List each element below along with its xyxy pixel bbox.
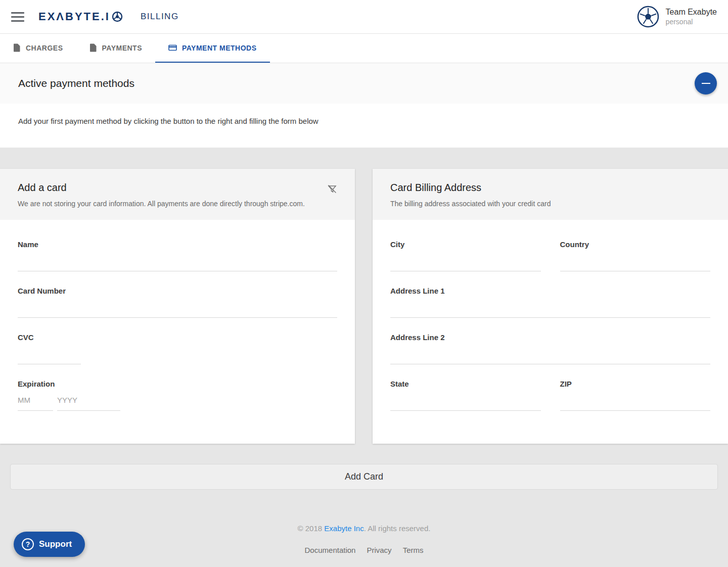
team-avatar-icon (636, 5, 660, 28)
tab-label: CHARGES (26, 44, 63, 52)
billing-address-subtitle: The billing address associated with your… (390, 200, 710, 208)
address2-field-group: Address Line 2 (390, 333, 710, 364)
team-name: Team Exabyte (666, 7, 717, 18)
footer: © 2018 Exabyte Inc. All rights reserved.… (0, 490, 728, 554)
document-icon (13, 43, 21, 52)
panel-description-area: Add your first payment method by clickin… (0, 104, 728, 148)
active-payment-methods-header: Active payment methods (0, 63, 728, 104)
city-label: City (390, 240, 541, 250)
address-line-1-input[interactable] (390, 297, 710, 318)
name-field-group: Name (18, 240, 337, 271)
expiration-month-input[interactable] (18, 390, 53, 411)
billing-address-panel: Card Billing Address The billing address… (373, 169, 728, 444)
privacy-link[interactable]: Privacy (367, 546, 391, 554)
account-widget[interactable]: Team Exabyte personal (636, 5, 717, 28)
address1-field-group: Address Line 1 (390, 287, 710, 318)
page-section-title: BILLING (141, 12, 179, 22)
state-input[interactable] (390, 390, 541, 411)
collapse-button[interactable] (695, 72, 717, 94)
main-content: Add a card We are not storing your card … (0, 148, 728, 554)
zip-label: ZIP (560, 380, 711, 390)
city-field-group: City (390, 240, 541, 271)
tab-label: PAYMENT METHODS (182, 44, 257, 52)
copyright-prefix: © 2018 (298, 524, 325, 533)
clear-form-icon[interactable] (327, 184, 337, 196)
team-type: personal (666, 17, 717, 27)
zip-input[interactable] (560, 390, 711, 411)
expiration-field-group: Expiration (18, 380, 337, 411)
name-input[interactable] (18, 250, 337, 271)
add-card-button[interactable]: Add Card (10, 464, 718, 490)
add-card-panel: Add a card We are not storing your card … (0, 169, 355, 444)
country-label: Country (560, 240, 711, 250)
city-input[interactable] (390, 250, 541, 271)
tab-charges[interactable]: CHARGES (0, 34, 76, 63)
copyright: © 2018 Exabyte Inc. All rights reserved. (0, 524, 728, 533)
expiration-label: Expiration (18, 380, 337, 390)
credit-card-icon (168, 44, 177, 52)
expiration-year-input[interactable] (57, 390, 120, 411)
logo[interactable]: EXΛBYTE.I (38, 10, 123, 23)
add-card-subtitle: We are not storing your card information… (18, 200, 327, 208)
cvc-field-group: CVC (18, 333, 337, 364)
company-link[interactable]: Exabyte Inc (324, 524, 363, 533)
tab-label: PAYMENTS (102, 44, 142, 52)
card-number-input[interactable] (18, 297, 337, 318)
support-button[interactable]: ? Support (14, 532, 85, 557)
logo-gear-icon (111, 11, 123, 23)
terms-link[interactable]: Terms (403, 546, 424, 554)
panel-title: Active payment methods (18, 77, 695, 89)
documentation-link[interactable]: Documentation (305, 546, 356, 554)
address2-label: Address Line 2 (390, 333, 710, 343)
country-field-group: Country (560, 240, 711, 271)
add-card-title: Add a card (18, 182, 327, 194)
cvc-input[interactable] (18, 343, 81, 364)
card-number-label: Card Number (18, 287, 337, 297)
logo-text: EXΛBYTE.I (38, 10, 110, 23)
copyright-suffix: . All rights reserved. (364, 524, 431, 533)
state-label: State (390, 380, 541, 390)
document-icon (89, 43, 97, 52)
name-label: Name (18, 240, 337, 250)
hamburger-menu-icon[interactable] (11, 10, 26, 24)
cvc-label: CVC (18, 333, 337, 343)
support-label: Support (39, 539, 72, 549)
tab-payment-methods[interactable]: PAYMENT METHODS (155, 34, 270, 63)
card-number-field-group: Card Number (18, 287, 337, 318)
tab-bar: CHARGES PAYMENTS PAYMENT METHODS (0, 34, 728, 63)
tab-payments[interactable]: PAYMENTS (76, 34, 155, 63)
address1-label: Address Line 1 (390, 287, 710, 297)
zip-field-group: ZIP (560, 380, 711, 411)
state-field-group: State (390, 380, 541, 411)
help-icon: ? (22, 538, 34, 550)
country-input[interactable] (560, 250, 711, 271)
top-bar: EXΛBYTE.I BILLING Team (0, 0, 728, 34)
panel-description: Add your first payment method by clickin… (18, 117, 710, 125)
address-line-2-input[interactable] (390, 343, 710, 364)
minus-icon (702, 83, 710, 84)
billing-address-title: Card Billing Address (390, 182, 710, 194)
